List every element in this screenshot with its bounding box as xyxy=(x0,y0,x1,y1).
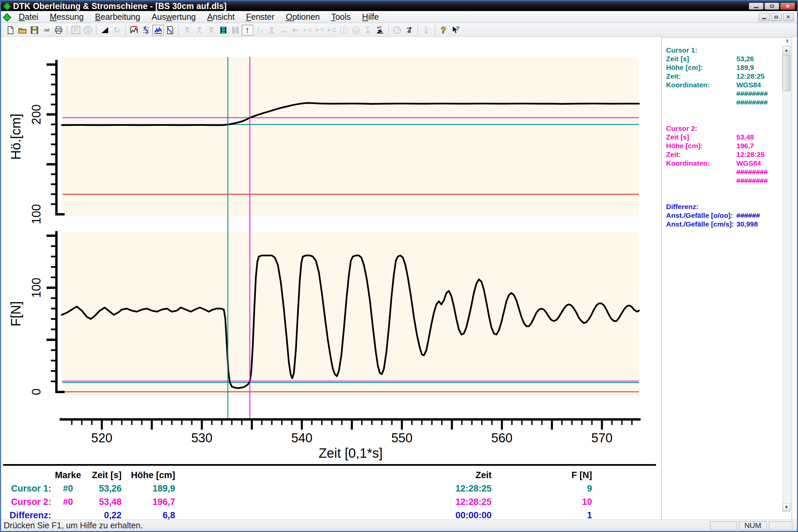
x-tick xyxy=(151,421,153,430)
panel-section-title: Cursor 1: xyxy=(666,46,777,55)
y-tick xyxy=(47,339,55,341)
panel-close-icon[interactable]: x xyxy=(784,37,791,44)
x-tick xyxy=(121,421,123,425)
panel-row-value: ######## xyxy=(737,98,777,107)
scale-triangle-button[interactable] xyxy=(99,25,110,36)
chart-canvas[interactable]: 100200Hö.[cm]0100F[N]520530540550560570Z… xyxy=(1,37,657,463)
panel-scrollbar[interactable]: ▲ ▼ xyxy=(782,46,791,512)
plot-area-hoehe[interactable] xyxy=(62,57,639,216)
scrollbar-down-button[interactable]: ▼ xyxy=(783,503,790,511)
mdi-close-button[interactable]: ✕ xyxy=(783,13,794,21)
open-file-button[interactable] xyxy=(17,25,28,36)
help-button[interactable]: ? xyxy=(438,25,449,36)
x-tick-label: 520 xyxy=(91,431,112,445)
x-tick xyxy=(491,421,493,425)
y-axis-foot-kraft xyxy=(55,391,65,393)
y-tick xyxy=(47,234,55,237)
x-tick xyxy=(191,421,193,425)
app-icon[interactable] xyxy=(3,2,11,10)
y-tick xyxy=(51,204,55,205)
panel-section-cursor1: Cursor 1:Zeit [s]53,26Höhe [cm]:189,9Zei… xyxy=(666,46,777,107)
context-help-button[interactable]: ? xyxy=(450,25,461,36)
panel-row-value: 30,998 xyxy=(737,220,777,229)
spring-force-button[interactable]: F xyxy=(375,25,386,36)
x-tick xyxy=(621,421,622,425)
x-tick xyxy=(531,421,532,425)
menu-item-fenster[interactable]: Fenster xyxy=(240,12,280,22)
y-tick xyxy=(51,298,55,299)
menu-item-bearbeitung[interactable]: Bearbeitung xyxy=(89,12,146,22)
panel-row: Höhe [cm]:189,9 xyxy=(666,63,777,72)
x-tick xyxy=(101,421,103,430)
save-file-button[interactable] xyxy=(29,25,40,36)
x-tick xyxy=(91,421,92,425)
new-file-button[interactable] xyxy=(5,25,16,36)
pantograph-button xyxy=(266,25,277,36)
menu-item-messung[interactable]: Messung xyxy=(44,12,89,22)
y-tick xyxy=(51,318,55,320)
plot-area-kraft[interactable] xyxy=(62,232,639,396)
panel-row-label xyxy=(666,176,737,185)
view-profile-chart-button[interactable] xyxy=(140,25,152,36)
menu-item-auswertung[interactable]: Auswertung xyxy=(146,12,202,22)
menu-items: DateiMessungBearbeitungAuswertungAnsicht… xyxy=(13,12,384,22)
menu-item-tools[interactable]: Tools xyxy=(326,12,356,22)
minimize-button[interactable] xyxy=(749,3,763,10)
menu-item-ansicht[interactable]: Ansicht xyxy=(202,12,240,22)
restore-button[interactable] xyxy=(764,3,779,10)
x-tick xyxy=(431,421,433,425)
mdi-minimize-button[interactable] xyxy=(759,13,769,21)
print-button[interactable] xyxy=(53,25,64,36)
x-tick-label: 540 xyxy=(291,431,312,445)
x-tick xyxy=(341,421,343,425)
x-tick xyxy=(511,421,513,425)
panel-row-value: ######## xyxy=(737,176,777,185)
scrollbar-up-button[interactable]: ▲ xyxy=(783,46,790,54)
x-tick xyxy=(611,421,613,425)
panel-section-differenz: Differenz:Anst./Gefälle [o/oo]:######Ans… xyxy=(666,203,777,229)
view-report-button[interactable] xyxy=(164,25,176,36)
x-tick xyxy=(601,421,603,430)
y-tick xyxy=(51,380,55,382)
x-tick xyxy=(241,421,242,425)
y-tick xyxy=(51,266,55,268)
menu-item-hilfe[interactable]: Hilfe xyxy=(356,12,384,22)
x-tick xyxy=(311,421,312,425)
y-axis-hoehe xyxy=(55,60,58,215)
x-tick xyxy=(211,421,213,425)
x-tick xyxy=(581,421,583,425)
mdi-document-icon[interactable] xyxy=(3,13,11,21)
x-tick xyxy=(571,421,573,425)
mdi-restore-button[interactable] xyxy=(771,13,782,21)
view-peaks-chart-button[interactable] xyxy=(152,25,164,36)
x-tick xyxy=(131,421,133,425)
y-tick xyxy=(51,74,55,75)
panel-row-value: 53,26 xyxy=(737,55,777,63)
export-txt-button[interactable]: .txt xyxy=(41,25,52,36)
y-tick xyxy=(51,277,55,278)
panel-row-value: ###### xyxy=(737,211,777,220)
y-tick-label: 100 xyxy=(30,204,43,224)
toolbar-separator xyxy=(67,25,67,35)
scrollbar-thumb[interactable] xyxy=(783,55,790,91)
x-tick xyxy=(251,421,253,430)
x-tick xyxy=(81,421,83,425)
svg-text:F: F xyxy=(379,26,382,30)
menu-item-optionen[interactable]: Optionen xyxy=(280,12,325,22)
channel-up-button[interactable]: ↑ xyxy=(242,25,253,36)
axis-x-button: ⇤X xyxy=(302,25,313,36)
acceleration-button[interactable]: a xyxy=(403,25,415,36)
drop-marker-button: ↧ xyxy=(362,25,374,36)
panel-row-label: Koordinaten: xyxy=(666,159,737,168)
y-tick xyxy=(51,360,55,361)
x-tick xyxy=(361,421,363,425)
panel-row-value: WGS84 xyxy=(737,159,777,168)
view-measure-chart-button[interactable] xyxy=(128,25,140,36)
panel-row-value: 196,7 xyxy=(737,141,777,150)
x-tick xyxy=(231,421,232,425)
menu-item-datei[interactable]: Datei xyxy=(13,12,44,22)
video-button[interactable] xyxy=(218,25,229,36)
summary-row-cursor-2: Cursor 2:#053,48196,712:28:2510 xyxy=(1,495,657,509)
close-button[interactable]: ✕ xyxy=(780,3,795,10)
panel-row-label: Zeit: xyxy=(666,150,737,159)
